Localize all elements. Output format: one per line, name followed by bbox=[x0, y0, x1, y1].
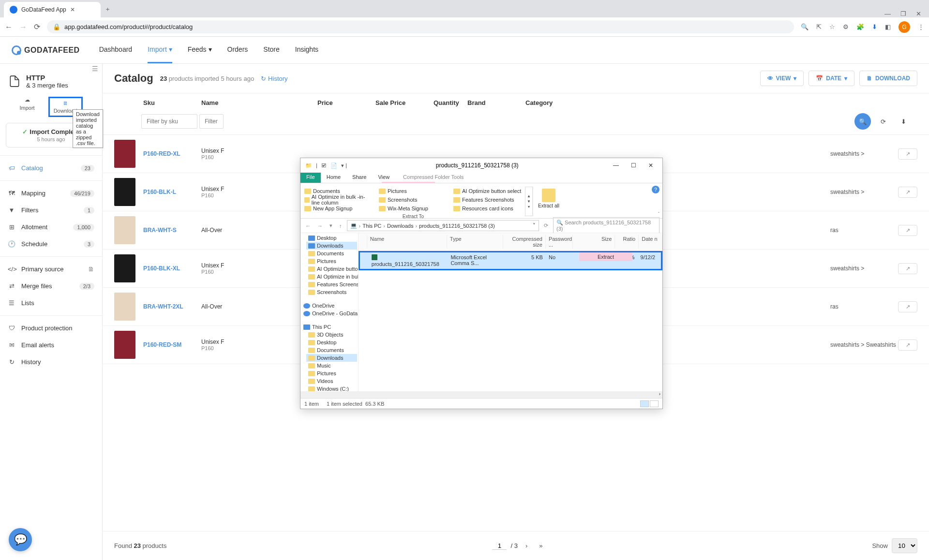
list-columns[interactable]: Name Type Compressed size Password ... S… bbox=[359, 233, 662, 251]
sidebar-item-protection[interactable]: 🛡Product protection bbox=[0, 320, 102, 337]
browser-tab[interactable]: GoDataFeed App ✕ bbox=[4, 2, 101, 17]
nav-forward-icon[interactable]: → bbox=[315, 223, 325, 229]
search-button[interactable]: 🔍 bbox=[854, 113, 871, 130]
product-sku[interactable]: P160-RED-XL bbox=[143, 150, 201, 157]
tree-node[interactable]: AI Optimize in bul bbox=[306, 273, 357, 280]
tree-node[interactable]: Desktop bbox=[306, 339, 357, 346]
open-button[interactable]: ↗ bbox=[898, 225, 917, 236]
chat-bubble[interactable]: 💬 bbox=[9, 528, 32, 551]
collapse-icon[interactable]: ˆ bbox=[658, 212, 659, 217]
sidebar-item-catalog[interactable]: 🏷Catalog23 bbox=[0, 160, 102, 177]
maximize-icon[interactable]: ☐ bbox=[625, 159, 642, 172]
nav-feeds[interactable]: Feeds ▾ bbox=[188, 37, 212, 63]
back-button[interactable]: ← bbox=[5, 23, 13, 31]
product-sku[interactable]: P160-BLK-XL bbox=[143, 265, 201, 272]
tab-close-icon[interactable]: ✕ bbox=[70, 6, 75, 13]
extension-icon[interactable]: ⚙ bbox=[843, 23, 849, 30]
destination-folder[interactable]: New App Signup bbox=[302, 204, 375, 213]
tree-node[interactable]: Windows (C:) bbox=[306, 385, 357, 391]
page-size-select[interactable]: 10 bbox=[892, 538, 917, 553]
new-tab-button[interactable]: ＋ bbox=[101, 1, 115, 17]
help-icon[interactable]: ? bbox=[652, 186, 659, 193]
sidebar-toggle-icon[interactable]: ☰ bbox=[92, 65, 98, 73]
destination-folder[interactable]: Screenshots bbox=[377, 195, 450, 204]
sidebar-item-mapping[interactable]: 🗺Mapping46/219 bbox=[0, 185, 102, 202]
panel-icon[interactable]: ◧ bbox=[885, 23, 891, 30]
product-sku[interactable]: P160-BLK-L bbox=[143, 189, 201, 195]
tree-node[interactable]: Pictures bbox=[306, 257, 357, 265]
col-cat[interactable]: Category bbox=[525, 99, 888, 106]
sidebar-item-merge-files[interactable]: ⇄Merge files2/3 bbox=[0, 278, 102, 295]
chevron-down-icon[interactable]: ˅ bbox=[533, 222, 536, 229]
tree-node[interactable]: OneDrive - GoDataF bbox=[301, 309, 357, 317]
date-button[interactable]: 📅DATE ▾ bbox=[809, 71, 854, 86]
nav-store[interactable]: Store bbox=[263, 37, 279, 63]
share-icon[interactable]: ⇱ bbox=[816, 23, 822, 30]
nav-up-icon[interactable]: ↑ bbox=[337, 223, 344, 229]
col-name[interactable]: Name bbox=[201, 99, 317, 106]
tree-node[interactable]: Documents bbox=[306, 346, 357, 354]
window-maximize-icon[interactable]: ❐ bbox=[900, 10, 906, 17]
ribbon-share[interactable]: Share bbox=[346, 173, 372, 183]
bookmark-icon[interactable]: ☆ bbox=[829, 23, 835, 30]
sidebar-item-schedule[interactable]: 🕐Schedule3 bbox=[0, 236, 102, 252]
col-price[interactable]: Price bbox=[317, 99, 375, 106]
history-link[interactable]: ↻History bbox=[261, 75, 287, 82]
address-bar[interactable]: 🔒 app.godatafeed.com/product#/product/ca… bbox=[47, 20, 794, 33]
download-csv-button[interactable]: ⬇ bbox=[895, 113, 912, 130]
toolbar-icon[interactable]: 🗹 bbox=[319, 162, 329, 168]
sidebar-item-filters[interactable]: ▼Filters1 bbox=[0, 202, 102, 219]
open-button[interactable]: ↗ bbox=[898, 301, 917, 312]
sidebar-item-email-alerts[interactable]: ✉Email alerts bbox=[0, 337, 102, 354]
explorer-search[interactable]: 🔍 Search products_911216_50321758 (3) bbox=[553, 217, 659, 234]
product-sku[interactable]: BRA-WHT-2XL bbox=[143, 303, 201, 310]
open-button[interactable]: ↗ bbox=[898, 339, 917, 351]
view-button[interactable]: 👁VIEW ▾ bbox=[760, 71, 804, 86]
sidebar-item-primary-source[interactable]: </>Primary source🗎 bbox=[0, 261, 102, 278]
download-button[interactable]: 🗎DOWNLOAD bbox=[859, 71, 917, 86]
tree-node[interactable]: Pictures bbox=[306, 369, 357, 377]
refresh-button[interactable]: ⟳ bbox=[875, 113, 891, 130]
filter-name-input[interactable] bbox=[199, 114, 224, 129]
destination-folder[interactable]: Wix-Meta Signup bbox=[377, 204, 450, 213]
ribbon-home[interactable]: Home bbox=[321, 173, 346, 183]
nav-dashboard[interactable]: Dashboard bbox=[99, 37, 133, 63]
destination-folder[interactable]: Resources card icons bbox=[451, 204, 524, 213]
destinations-scroll[interactable]: ▲▼▾ bbox=[525, 187, 533, 216]
app-logo[interactable]: GODATAFEED bbox=[12, 45, 80, 55]
tree-node[interactable]: Desktop bbox=[306, 234, 357, 242]
page-input[interactable] bbox=[492, 542, 507, 550]
open-button[interactable]: ↗ bbox=[898, 263, 917, 274]
open-button[interactable]: ↗ bbox=[898, 187, 917, 198]
col-qty[interactable]: Quantity bbox=[434, 99, 467, 106]
col-sale[interactable]: Sale Price bbox=[375, 99, 434, 106]
tree-node[interactable]: Videos bbox=[306, 377, 357, 385]
view-toggle[interactable] bbox=[640, 400, 659, 407]
next-page-button[interactable]: › bbox=[522, 540, 531, 551]
window-minimize-icon[interactable]: — bbox=[884, 10, 891, 17]
tree-node[interactable]: OneDrive bbox=[301, 302, 357, 309]
close-icon[interactable]: ✕ bbox=[642, 159, 659, 172]
profile-avatar[interactable]: G bbox=[899, 21, 910, 33]
last-page-button[interactable]: » bbox=[535, 540, 546, 551]
zoom-icon[interactable]: 🔍 bbox=[801, 23, 809, 30]
refresh-icon[interactable]: ⟳ bbox=[542, 222, 550, 229]
destination-folder[interactable]: Features Screenshots bbox=[451, 195, 524, 204]
col-sku[interactable]: Sku bbox=[143, 99, 201, 106]
import-action[interactable]: ☁ Import bbox=[19, 97, 34, 117]
tree-node[interactable]: 3D Objects bbox=[306, 331, 357, 339]
tree-node[interactable]: Music bbox=[306, 362, 357, 369]
tree-node[interactable]: This PC bbox=[301, 323, 357, 331]
nav-import[interactable]: Import ▾ bbox=[148, 37, 172, 63]
reload-button[interactable]: ⟳ bbox=[34, 22, 40, 31]
toolbar-icon[interactable]: 📄 bbox=[329, 162, 339, 169]
nav-recent-icon[interactable]: ▾ bbox=[328, 222, 334, 229]
tree-node[interactable]: Documents bbox=[306, 250, 357, 257]
nav-orders[interactable]: Orders bbox=[227, 37, 248, 63]
window-close-icon[interactable]: ✕ bbox=[916, 10, 921, 17]
ribbon-extract[interactable]: Extract bbox=[579, 252, 632, 261]
ribbon-view[interactable]: View bbox=[372, 173, 395, 183]
col-brand[interactable]: Brand bbox=[467, 99, 525, 106]
sidebar-item-history[interactable]: ↻History bbox=[0, 354, 102, 370]
destination-folder[interactable]: AI Optimize button select bbox=[451, 187, 524, 195]
